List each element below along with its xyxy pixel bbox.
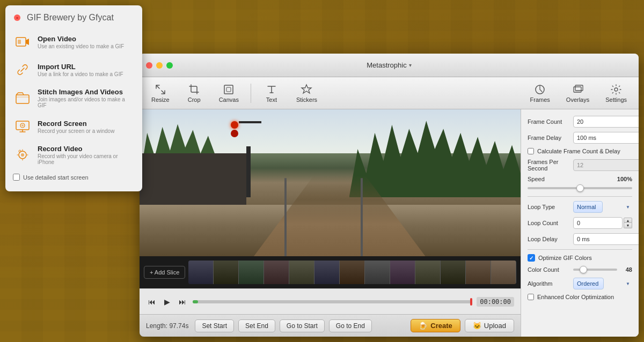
timeline-frame (365, 261, 390, 284)
sidebar-item-import-url[interactable]: Import URL Use a link for a video to mak… (5, 56, 142, 84)
algorithm-select-wrapper: Ordered Diffusion Uniform (573, 278, 632, 289)
fps-row: Frames Per Second ▲ ▼ (528, 159, 632, 172)
sidebar-item-stitch[interactable]: Stitch Images And Videos Join images and… (5, 84, 142, 113)
color-count-label: Color Count (528, 266, 573, 273)
calculate-checkbox[interactable] (528, 148, 534, 154)
sidebar-item-text-import-url: Import URL Use a link for a video to mak… (38, 63, 123, 77)
detailed-start-checkbox[interactable] (13, 174, 20, 181)
optimize-checkbox[interactable] (528, 254, 535, 262)
text-button[interactable]: Text (255, 81, 288, 105)
timeline-frame (239, 261, 264, 284)
go-to-end-button[interactable]: Go to End (329, 319, 372, 332)
skip-back-button[interactable]: ⏮ (146, 296, 158, 307)
fps-input[interactable] (573, 159, 639, 171)
camera-icon (13, 145, 32, 165)
enhanced-row: Enhanced Color Optimization (528, 294, 632, 300)
color-count-row: Color Count 48 (528, 266, 632, 273)
play-button[interactable]: ▶ (162, 296, 172, 307)
close-button[interactable]: × (14, 14, 20, 21)
create-button[interactable]: 🍺 Create (411, 319, 460, 332)
frame-delay-input[interactable] (573, 132, 639, 144)
calculate-label: Calculate Frame Count & Delay (537, 148, 620, 154)
algorithm-select[interactable]: Ordered Diffusion Uniform (573, 278, 604, 289)
video-container[interactable] (140, 109, 521, 256)
overlays-icon (572, 84, 584, 95)
timeline-frames[interactable] (188, 261, 516, 284)
loop-count-label: Loop Count (528, 220, 573, 226)
loop-count-input[interactable] (573, 217, 623, 229)
settings-divider-1 (528, 196, 632, 197)
timeline-frame (188, 261, 214, 284)
app-subtitle: by Gfycat (75, 13, 114, 22)
folder-icon (13, 88, 32, 108)
svg-rect-15 (575, 85, 583, 91)
title-chevron: ▾ (409, 62, 412, 68)
resize-label: Resize (151, 96, 170, 103)
loop-delay-row: Loop Delay ▲ ▼ (528, 233, 632, 245)
speed-row: Speed 100% (528, 176, 632, 192)
playback-controls: ⏮ ▶ ⏭ 00:00:00 (140, 288, 521, 314)
frames-button[interactable]: Frames (523, 81, 558, 105)
color-count-slider-container (573, 266, 617, 273)
railroad-scene (140, 109, 521, 256)
sidebar-item-record-screen[interactable]: Record Screen Record your screen or a wi… (5, 113, 142, 140)
optimize-label: Optimize GIF Colors (538, 255, 592, 261)
screen-icon (13, 117, 32, 136)
settings-label: Settings (605, 96, 627, 103)
go-to-start-button[interactable]: Go to Start (280, 319, 325, 332)
window-maximize-button[interactable] (166, 62, 173, 69)
signal-post (246, 146, 251, 198)
crop-icon (188, 84, 200, 95)
skip-forward-button[interactable]: ⏭ (177, 296, 188, 307)
canvas-button[interactable]: Canvas (211, 81, 246, 105)
svg-rect-14 (574, 87, 581, 92)
algorithm-label: Algorithm (528, 280, 573, 287)
speed-slider[interactable] (528, 187, 632, 189)
frame-count-row: Frame Count ▲ ▼ (528, 116, 632, 128)
resize-button[interactable]: Resize (144, 81, 177, 105)
sidebar-item-title: Record Video (38, 145, 135, 153)
detailed-start-label: Use detailed start screen (23, 174, 89, 181)
timeline-frame (390, 261, 415, 284)
svg-rect-10 (224, 85, 233, 94)
toolbar-right-group: Frames Overlays Settings (523, 81, 634, 105)
stickers-icon (301, 84, 312, 95)
svg-point-16 (614, 88, 618, 91)
sidebar-item-title: Record Screen (38, 120, 114, 128)
sidebar-item-record-video[interactable]: Record Video Record with your video came… (5, 140, 142, 169)
titlebar: Metastrophic ▾ (140, 54, 639, 77)
algorithm-row: Algorithm Ordered Diffusion Uniform (528, 278, 632, 289)
progress-bar[interactable] (193, 300, 472, 303)
beer-icon: 🍺 (419, 322, 427, 330)
speed-slider-container (528, 184, 632, 192)
signal-arm (239, 121, 262, 123)
crop-button[interactable]: Crop (178, 81, 210, 105)
settings-button[interactable]: Settings (598, 81, 634, 105)
app-title: GIF Brewery by Gfycat (27, 13, 114, 23)
svg-marker-1 (26, 39, 29, 45)
window-minimize-button[interactable] (156, 62, 163, 69)
add-slice-button[interactable]: + Add Slice (144, 266, 185, 279)
app-name: GIF Brewery (27, 13, 75, 22)
frame-delay-label: Frame Delay (528, 135, 573, 141)
color-count-slider[interactable] (573, 269, 617, 271)
stickers-button[interactable]: Stickers (289, 81, 325, 105)
loop-count-up[interactable]: ▲ (624, 218, 632, 223)
loop-count-row: Loop Count ▲ ▼ (528, 217, 632, 229)
canvas-icon (223, 84, 235, 95)
loop-delay-label: Loop Delay (528, 236, 573, 242)
set-start-button[interactable]: Set Start (195, 319, 234, 332)
sidebar-item-open-video[interactable]: Open Video Use an existing video to make… (5, 28, 142, 56)
toolbar-left-group: Resize Crop Canvas (144, 81, 246, 105)
enhanced-checkbox[interactable] (528, 294, 534, 300)
window-close-button[interactable] (146, 62, 152, 69)
frame-count-input[interactable] (573, 116, 639, 128)
set-end-button[interactable]: Set End (238, 319, 275, 332)
loop-count-down[interactable]: ▼ (624, 223, 632, 228)
svg-point-6 (21, 124, 24, 127)
loop-type-select[interactable]: Normal Bounce Reverse (573, 201, 603, 213)
loop-delay-input[interactable] (573, 233, 639, 245)
upload-button[interactable]: 🐱 Upload (465, 319, 514, 332)
sidebar-item-title: Import URL (38, 63, 123, 71)
overlays-button[interactable]: Overlays (559, 81, 597, 105)
